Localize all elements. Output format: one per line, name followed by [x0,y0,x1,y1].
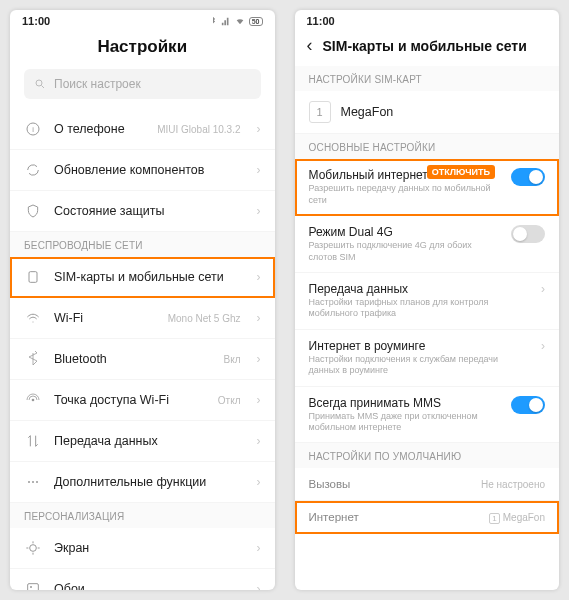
page-title: SIM-карты и мобильные сети [323,38,527,54]
svg-line-1 [42,86,45,89]
default-internet-row[interactable]: Интернет 1MegaFon [295,501,560,534]
row-updates[interactable]: Обновление компонентов › [10,150,275,191]
chevron-right-icon: › [257,541,261,555]
wifi-icon [234,16,246,26]
def-label: Вызовы [309,478,351,490]
row-dual-4g[interactable]: Режим Dual 4G Разрешить подключение 4G д… [295,216,560,273]
svg-rect-10 [28,584,39,590]
dual-4g-toggle[interactable] [511,225,545,243]
row-label: Режим Dual 4G [309,225,502,239]
svg-point-7 [32,481,34,483]
chevron-right-icon: › [257,204,261,218]
row-more[interactable]: Дополнительные функции › [10,462,275,503]
display-icon [24,539,42,557]
def-label: Интернет [309,511,359,523]
bluetooth-icon [24,350,42,368]
chevron-right-icon: › [257,582,261,590]
shield-icon [24,202,42,220]
sim-label: MegaFon [341,105,394,119]
row-label: SIM-карты и мобильные сети [54,270,245,285]
row-label: Точка доступа Wi-Fi [54,393,206,408]
row-hotspot[interactable]: Точка доступа Wi-Fi Откл › [10,380,275,421]
row-value: Mono Net 5 Ghz [168,313,241,324]
mobile-data-toggle[interactable] [511,168,545,186]
search-icon [34,78,46,90]
svg-rect-4 [29,272,37,283]
section-personalization: ПЕРСОНАЛИЗАЦИЯ [10,503,275,528]
clock: 11:00 [22,15,50,27]
section-defaults: НАСТРОЙКИ ПО УМОЛЧАНИЮ [295,443,560,468]
svg-point-8 [36,481,38,483]
chevron-right-icon: › [541,282,545,296]
section-sim-settings: НАСТРОЙКИ SIM-КАРТ [295,66,560,91]
header: ‹ SIM-карты и мобильные сети [295,29,560,66]
row-subtitle: Разрешить передачу данных по мобильной с… [309,183,502,206]
row-label: Bluetooth [54,352,212,367]
row-subtitle: Настройки подключения к службам передачи… [309,354,532,377]
hotspot-icon [24,391,42,409]
row-security[interactable]: Состояние защиты › [10,191,275,232]
chevron-right-icon: › [257,122,261,136]
row-label: Передача данных [309,282,532,296]
default-calls-row[interactable]: Вызовы Не настроено [295,468,560,501]
chevron-right-icon: › [257,163,261,177]
row-label: Передача данных [54,434,245,449]
info-icon: i [24,120,42,138]
sim-card-row[interactable]: 1 MegaFon [295,91,560,134]
mms-toggle[interactable] [511,396,545,414]
wallpaper-icon [24,580,42,590]
svg-point-0 [36,80,42,86]
more-icon [24,473,42,491]
row-label: Всегда принимать MMS [309,396,502,410]
chevron-right-icon: › [257,434,261,448]
refresh-icon [24,161,42,179]
status-bar: 11:00 50 [10,10,275,29]
sim-number-badge: 1 [309,101,331,123]
chevron-right-icon: › [257,352,261,366]
row-mms[interactable]: Всегда принимать MMS Принимать MMS даже … [295,387,560,444]
battery-icon: 50 [249,17,263,26]
data-icon [24,432,42,450]
row-about-phone[interactable]: i О телефоне MIUI Global 10.3.2 › [10,109,275,150]
row-data-transfer[interactable]: Передача данных Настройки тарифных плано… [295,273,560,330]
status-bar: 11:00 [295,10,560,29]
page-title: Настройки [10,29,275,69]
row-wallpaper[interactable]: Обои › [10,569,275,590]
row-data-usage[interactable]: Передача данных › [10,421,275,462]
svg-text:i: i [32,125,34,134]
svg-point-6 [28,481,30,483]
row-value: Откл [218,395,241,406]
chevron-right-icon: › [257,311,261,325]
row-label: Состояние защиты [54,204,245,219]
svg-point-5 [32,399,35,402]
row-bluetooth[interactable]: Bluetooth Вкл › [10,339,275,380]
row-subtitle: Разрешить подключение 4G для обоих слото… [309,240,502,263]
row-wifi[interactable]: Wi-Fi Mono Net 5 Ghz › [10,298,275,339]
bluetooth-icon [208,16,218,26]
back-button[interactable]: ‹ [305,35,315,56]
def-value: 1MegaFon [489,512,545,523]
row-label: Обои [54,582,245,591]
chevron-right-icon: › [541,339,545,353]
chevron-right-icon: › [257,393,261,407]
sim-badge-icon: 1 [489,513,499,524]
def-value: Не настроено [481,479,545,490]
row-label: Интернет в роуминге [309,339,532,353]
row-label: Wi-Fi [54,311,156,326]
chevron-right-icon: › [257,270,261,284]
row-mobile-data[interactable]: Мобильный интернет Разрешить передачу да… [295,159,560,216]
row-sim-networks[interactable]: SIM-карты и мобильные сети › [10,257,275,298]
search-placeholder: Поиск настроек [54,77,141,91]
section-main-settings: ОСНОВНЫЕ НАСТРОЙКИ [295,134,560,159]
clock: 11:00 [307,15,335,27]
row-subtitle: Принимать MMS даже при отключенном мобил… [309,411,502,434]
svg-point-9 [30,545,37,552]
row-label: Экран [54,541,245,556]
svg-point-11 [30,586,32,588]
row-display[interactable]: Экран › [10,528,275,569]
callout-badge: ОТКЛЮЧИТЬ [427,165,495,179]
search-input[interactable]: Поиск настроек [24,69,261,99]
row-roaming[interactable]: Интернет в роуминге Настройки подключени… [295,330,560,387]
row-label: Дополнительные функции [54,475,245,490]
row-value: Вкл [224,354,241,365]
